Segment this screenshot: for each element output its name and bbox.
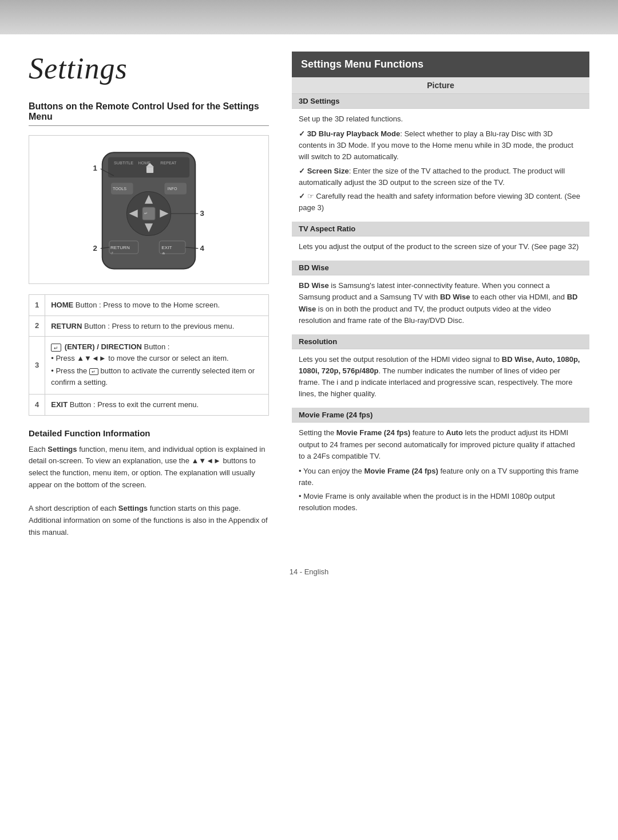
svg-text:RETURN: RETURN — [110, 245, 130, 250]
row-description: HOME Button : Press to move to the Home … — [45, 295, 269, 316]
row-number: 3 — [29, 337, 45, 395]
resolution-para: Lets you set the output resolution of th… — [299, 354, 583, 400]
svg-text:SUBTITLE: SUBTITLE — [114, 161, 133, 165]
note-symbol: ☞ — [307, 192, 314, 200]
bullet-bold-2: Screen Size — [307, 167, 349, 175]
svg-text:2: 2 — [93, 244, 97, 253]
tv-aspect-ratio-body: Lets you adjust the output of the produc… — [292, 236, 589, 261]
page-lang: English — [304, 567, 329, 576]
remote-diagram: SUBTITLE HOME REPEAT TOOLS INFO — [29, 135, 269, 284]
svg-text:1: 1 — [93, 164, 97, 172]
remote-section-heading: Buttons on the Remote Control Used for t… — [29, 101, 269, 126]
tv-aspect-ratio-subsection: TV Aspect Ratio — [292, 222, 589, 236]
button-label: EXIT — [51, 400, 68, 409]
settings-bold-2: Settings — [118, 504, 148, 512]
row-description: ↵ (ENTER) / DIRECTION Button : Press ▲▼◄… — [45, 337, 269, 395]
svg-rect-6 — [146, 167, 153, 173]
button-label: HOME — [51, 301, 73, 309]
detail-para-1: Each Settings function, menu item, and i… — [29, 444, 269, 491]
page-title: Settings — [29, 52, 269, 85]
list-item: You can enjoy the Movie Frame (24 fps) f… — [299, 466, 583, 488]
bd-wise-bold: BD Wise — [299, 281, 329, 290]
page-number: 14 — [290, 567, 298, 576]
row-description: EXIT Button : Press to exit the current … — [45, 395, 269, 416]
bullet-bold: 3D Blu-ray Playback Mode — [307, 129, 401, 138]
settings-bold: Settings — [47, 445, 77, 453]
list-item: Press ▲▼◄► to move the cursor or select … — [51, 353, 263, 364]
svg-text:↺: ↺ — [110, 251, 113, 255]
enter-icon-inline: ↵ — [89, 368, 98, 375]
row-number: 4 — [29, 395, 45, 416]
button-label: (ENTER) / DIRECTION — [65, 342, 142, 351]
list-item: ☞ Carefully read the health and safety i… — [299, 191, 583, 214]
enter-icon: ↵ — [51, 344, 61, 352]
list-item: Screen Size: Enter the size of the TV at… — [299, 165, 583, 188]
3d-intro: Set up the 3D related functions. — [299, 113, 583, 125]
mf-bold: Movie Frame (24 fps) — [336, 428, 410, 437]
res-values: BD Wise, Auto, 1080p, 1080i, 720p, 576p/… — [299, 355, 580, 375]
svg-text:4: 4 — [200, 244, 204, 253]
page-footer: 14 - English — [0, 556, 618, 593]
svg-text:3: 3 — [200, 209, 204, 218]
list-item: Movie Frame is only available when the p… — [299, 491, 583, 514]
table-row: 4 EXIT Button : Press to exit the curren… — [29, 395, 269, 416]
row-description: RETURN Button : Press to return to the p… — [45, 316, 269, 337]
svg-text:↵: ↵ — [144, 211, 148, 216]
resolution-subsection: Resolution — [292, 334, 589, 349]
svg-text:REPEAT: REPEAT — [160, 161, 177, 165]
detail-function-heading: Detailed Function Information — [29, 428, 269, 438]
table-row: 1 HOME Button : Press to move to the Hom… — [29, 295, 269, 316]
table-row: 2 RETURN Button : Press to return to the… — [29, 316, 269, 337]
movie-frame-bullets: You can enjoy the Movie Frame (24 fps) f… — [299, 466, 583, 514]
list-item: 3D Blu-ray Playback Mode: Select whether… — [299, 128, 583, 163]
detail-para-2: A short description of each Settings fun… — [29, 503, 269, 538]
bd-wise-para: BD Wise is Samsung's latest inter-connec… — [299, 280, 583, 326]
top-gradient-bar — [0, 0, 618, 34]
mf-bold-2: Movie Frame (24 fps) — [364, 467, 438, 475]
svg-text:INFO: INFO — [168, 187, 177, 191]
settings-menu-functions-header: Settings Menu Functions — [292, 52, 589, 77]
3d-settings-subsection: 3D Settings — [292, 94, 589, 109]
content-area: Settings Buttons on the Remote Control U… — [0, 34, 618, 556]
button-description-table: 1 HOME Button : Press to move to the Hom… — [29, 294, 269, 416]
svg-text:TOOLS: TOOLS — [113, 187, 126, 191]
list-item: Press the ↵ button to activate the curre… — [51, 365, 263, 388]
row-number: 2 — [29, 316, 45, 337]
svg-text:EXIT: EXIT — [161, 245, 172, 250]
mf-auto: Auto — [446, 428, 463, 437]
resolution-body: Lets you set the output resolution of th… — [292, 349, 589, 408]
page: Settings Buttons on the Remote Control U… — [0, 0, 618, 840]
picture-section-label: Picture — [292, 77, 589, 94]
table-row: 3 ↵ (ENTER) / DIRECTION Button : Press ▲… — [29, 337, 269, 395]
bd-wise-bold-3: BD Wise — [299, 293, 577, 313]
bullet-list: Press ▲▼◄► to move the cursor or select … — [51, 353, 263, 388]
tv-aspect-para: Lets you adjust the output of the produc… — [299, 241, 583, 253]
bd-wise-bold-2: BD Wise — [440, 293, 470, 301]
bd-wise-body: BD Wise is Samsung's latest inter-connec… — [292, 275, 589, 334]
right-column: Settings Menu Functions Picture 3D Setti… — [292, 52, 589, 539]
svg-text:⏏: ⏏ — [162, 251, 165, 255]
movie-frame-intro: Setting the Movie Frame (24 fps) feature… — [299, 427, 583, 462]
detail-function-text: Each Settings function, menu item, and i… — [29, 444, 269, 539]
3d-bullets: 3D Blu-ray Playback Mode: Select whether… — [299, 128, 583, 214]
3d-settings-body: Set up the 3D related functions. 3D Blu-… — [292, 109, 589, 222]
row-number: 1 — [29, 295, 45, 316]
movie-frame-subsection: Movie Frame (24 fps) — [292, 408, 589, 423]
movie-frame-body: Setting the Movie Frame (24 fps) feature… — [292, 423, 589, 522]
button-label: RETURN — [51, 322, 82, 330]
left-column: Settings Buttons on the Remote Control U… — [29, 52, 269, 539]
bd-wise-subsection: BD Wise — [292, 261, 589, 275]
